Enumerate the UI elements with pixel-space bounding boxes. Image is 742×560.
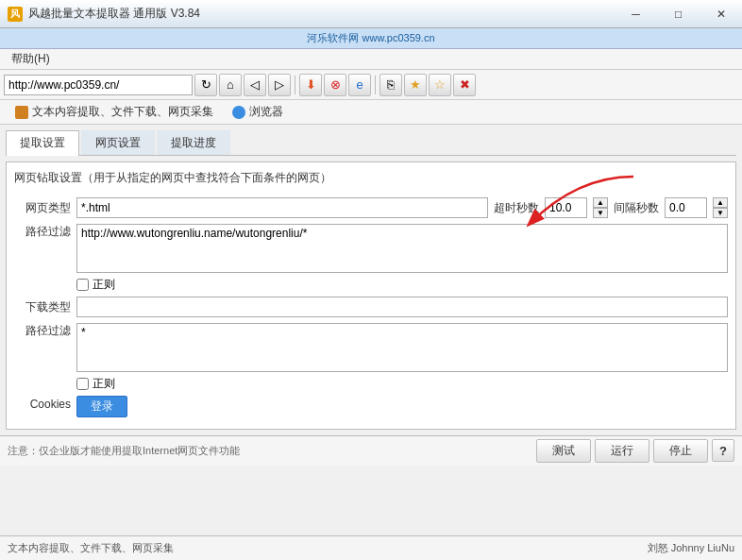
toolbar-btn-star[interactable]: ★: [404, 74, 427, 96]
toolbar-btn-stop[interactable]: ⊗: [324, 74, 346, 96]
toolbar-btn-back[interactable]: ◁: [244, 74, 266, 96]
download-type-label: 下载类型: [14, 299, 71, 315]
menu-bar: 帮助(H): [0, 49, 742, 70]
webpage-type-row: 网页类型 超时秒数 ▲ ▼ 间隔秒数 ▲ ▼: [14, 197, 728, 218]
tab2-browser-label: 浏览器: [249, 104, 283, 120]
path-filter2-label: 路径过滤: [14, 323, 71, 339]
toolbar-btn-copy[interactable]: ⎘: [379, 74, 402, 96]
webpage-type-input[interactable]: [76, 197, 488, 218]
toolbar-btn-ie[interactable]: e: [348, 74, 371, 96]
app-icon: 风: [8, 7, 23, 22]
content-area: 网页钻取设置（用于从指定的网页中查找符合下面条件的网页） 网页类型 超时秒数 ▲…: [6, 161, 736, 430]
toolbar-btn-star2[interactable]: ☆: [429, 74, 451, 96]
path-filter1-label: 路径过滤: [14, 224, 71, 240]
tab2-extract-icon: [15, 106, 28, 119]
interval-down[interactable]: ▼: [713, 208, 728, 218]
tab2-extract[interactable]: 文本内容提取、文件下载、网页采集: [8, 102, 221, 122]
stop-button[interactable]: 停止: [653, 439, 708, 463]
toolbar-sep2: [375, 76, 376, 94]
path-filter2-input[interactable]: *: [76, 323, 728, 372]
toolbar-sep1: [295, 76, 295, 94]
tab-page-settings[interactable]: 网页设置: [81, 130, 155, 155]
toolbar-btn-home[interactable]: ⌂: [219, 74, 242, 96]
tab2-browser[interactable]: 浏览器: [225, 102, 291, 122]
main-area: 提取设置 网页设置 提取进度 网页钻取设置（用于从指定的网页中查找符合下面条件的…: [0, 125, 742, 435]
run-button[interactable]: 运行: [595, 439, 649, 463]
toolbar-btn-delete[interactable]: ✖: [453, 74, 476, 96]
regex2-row: 正则: [76, 376, 728, 392]
path-filter2-section: 路径过滤 *: [14, 323, 728, 372]
window-title: 风越批量文本提取器 通用版 V3.84: [28, 6, 200, 22]
login-button[interactable]: 登录: [76, 396, 127, 417]
webpage-type-label: 网页类型: [14, 200, 71, 216]
toolbar: ↻ ⌂ ◁ ▷ ⬇ ⊗ e ⎘ ★ ☆ ✖: [0, 70, 742, 100]
tab-extract-settings[interactable]: 提取设置: [6, 130, 79, 156]
watermark-banner: 河乐软件网 www.pc0359.cn: [0, 28, 742, 49]
title-bar: 风 风越批量文本提取器 通用版 V3.84 ─ □ ✕: [0, 0, 742, 28]
timeout-down[interactable]: ▼: [593, 208, 608, 218]
interval-input[interactable]: [665, 197, 707, 218]
cookies-label: Cookies: [14, 396, 71, 411]
toolbar-btn-refresh[interactable]: ↻: [194, 74, 217, 96]
url-input[interactable]: [4, 75, 193, 95]
maximize-button[interactable]: □: [657, 0, 700, 28]
tab2-browser-icon: [232, 106, 245, 119]
cookies-row: Cookies 登录: [14, 396, 728, 417]
regex2-label: 正则: [93, 376, 115, 392]
timeout-input[interactable]: [545, 197, 587, 218]
status-bar: 文本内容提取、文件下载、网页采集 刘怒 Johnny LiuNu: [0, 535, 742, 560]
regex1-row: 正则: [76, 277, 728, 293]
section-title: 网页钻取设置（用于从指定的网页中查找符合下面条件的网页）: [14, 170, 728, 190]
regex1-label: 正则: [93, 277, 115, 293]
tab-strip: 提取设置 网页设置 提取进度: [6, 130, 736, 156]
timeout-spinner[interactable]: ▲ ▼: [593, 197, 608, 218]
timeout-label: 超时秒数: [494, 200, 539, 216]
interval-up[interactable]: ▲: [713, 197, 728, 208]
interval-label: 间隔秒数: [614, 200, 659, 216]
tab-extract-progress[interactable]: 提取进度: [157, 130, 230, 155]
test-button[interactable]: 测试: [536, 439, 591, 463]
download-type-input[interactable]: [76, 297, 728, 317]
regex2-checkbox[interactable]: [76, 378, 89, 390]
window-controls: ─ □ ✕: [615, 0, 742, 28]
download-type-row: 下载类型: [14, 297, 728, 317]
help-button[interactable]: ?: [712, 439, 734, 462]
menu-help[interactable]: 帮助(H): [4, 49, 58, 69]
action-buttons: 测试 运行 停止 ?: [536, 439, 734, 463]
toolbar-btn-download[interactable]: ⬇: [299, 74, 322, 96]
toolbar-btn-forward[interactable]: ▷: [268, 74, 291, 96]
status-right: 刘怒 Johnny LiuNu: [648, 541, 734, 555]
action-notice: 注意：仅企业版才能使用提取Internet网页文件功能: [8, 444, 240, 458]
action-bar: 注意：仅企业版才能使用提取Internet网页文件功能 测试 运行 停止 ?: [0, 435, 742, 466]
interval-spinner[interactable]: ▲ ▼: [713, 197, 728, 218]
minimize-button[interactable]: ─: [615, 0, 657, 28]
close-button[interactable]: ✕: [700, 0, 742, 28]
regex1-checkbox[interactable]: [76, 279, 89, 291]
tab-strip2: 文本内容提取、文件下载、网页采集 浏览器: [0, 100, 742, 125]
tab2-extract-label: 文本内容提取、文件下载、网页采集: [32, 104, 213, 120]
timeout-up[interactable]: ▲: [593, 197, 608, 208]
path-filter1-section: 路径过滤 http://www.wutongrenliu.name/wutong…: [14, 224, 728, 273]
path-filter1-input[interactable]: http://www.wutongrenliu.name/wutongrenli…: [76, 224, 728, 273]
watermark-text: 河乐软件网 www.pc0359.cn: [307, 31, 434, 45]
status-left: 文本内容提取、文件下载、网页采集: [8, 541, 174, 555]
